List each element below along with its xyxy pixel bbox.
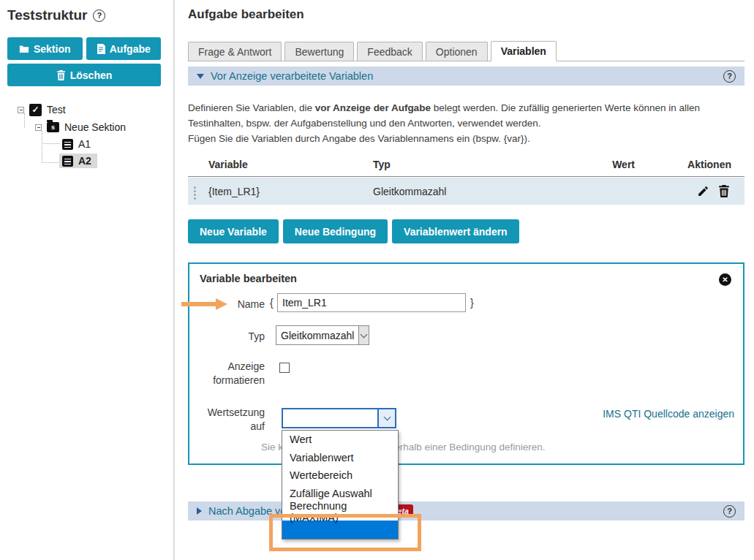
table-header-row: Variable Typ Wert Aktionen bbox=[188, 159, 744, 177]
cell-typ: Gleitkommazahl bbox=[373, 186, 578, 197]
task-document-icon bbox=[62, 139, 73, 150]
add-task-button[interactable]: Aufgabe bbox=[86, 37, 162, 60]
tree-node-a2-selected[interactable]: A2 bbox=[59, 154, 97, 168]
new-condition-button[interactable]: Neue Bedingung bbox=[283, 219, 388, 243]
label-line: auf bbox=[251, 420, 265, 432]
wertsetzung-select[interactable] bbox=[282, 408, 396, 428]
tree-connector bbox=[42, 143, 60, 144]
variables-table: Variable Typ Wert Aktionen {Item_LR1} Gl… bbox=[188, 159, 744, 205]
dropdown-option-highlighted[interactable] bbox=[282, 521, 398, 539]
column-header-aktionen: Aktionen bbox=[635, 159, 744, 170]
collapse-toggle-icon[interactable] bbox=[35, 124, 42, 131]
panel-title: Variable bearbeiten bbox=[200, 273, 297, 284]
section-label: Vor Anzeige verarbeitete Variablen bbox=[211, 70, 373, 82]
structure-button-group: Sektion Aufgabe Löschen bbox=[7, 37, 161, 86]
description-text: Definieren Sie Variablen, die bbox=[188, 102, 315, 113]
label-line: Wertsetzung bbox=[208, 406, 265, 418]
dropdown-option-variablenwert[interactable]: Variablenwert bbox=[282, 449, 398, 467]
delete-label: Löschen bbox=[70, 69, 113, 81]
delete-button[interactable]: Löschen bbox=[7, 64, 161, 86]
task-document-icon bbox=[62, 156, 73, 167]
tab-feedback[interactable]: Feedback bbox=[357, 42, 422, 61]
chevron-down-icon bbox=[197, 74, 204, 79]
dropdown-option-wertebereich[interactable]: Wertebereich bbox=[282, 466, 398, 485]
tree-node-label: Neue Sektion bbox=[64, 121, 126, 133]
help-icon[interactable]: ? bbox=[723, 505, 736, 518]
edit-pencil-icon[interactable] bbox=[697, 185, 709, 197]
task-page-icon bbox=[97, 44, 105, 54]
name-label: Name bbox=[189, 298, 265, 311]
page-title: Aufgabe bearbeiten bbox=[188, 7, 744, 22]
tab-optionen[interactable]: Optionen bbox=[426, 42, 488, 61]
qti-source-link[interactable]: IMS QTI Quellcode anzeigen bbox=[603, 408, 734, 420]
app-window: Teststruktur ? Sektion Aufgabe Löschen bbox=[0, 0, 754, 560]
typ-label: Typ bbox=[189, 330, 265, 344]
tree-node-label: A2 bbox=[78, 155, 91, 167]
cell-variable: {Item_LR1} bbox=[188, 186, 373, 197]
help-icon[interactable]: ? bbox=[723, 70, 736, 83]
column-header-typ: Typ bbox=[373, 159, 578, 170]
brace-open: { bbox=[270, 297, 274, 309]
collapse-toggle-icon[interactable] bbox=[18, 107, 24, 113]
tree-node-label: A1 bbox=[78, 138, 91, 150]
section-folder-icon: s bbox=[47, 122, 59, 132]
section-folder-icon bbox=[19, 44, 29, 53]
tab-variablen[interactable]: Variablen bbox=[491, 41, 557, 61]
table-row: {Item_LR1} Gleitkommazahl bbox=[188, 178, 744, 205]
delete-trash-icon[interactable] bbox=[718, 185, 730, 197]
wertsetzung-dropdown-list: Wert Variablenwert Wertebereich Zufällig… bbox=[282, 430, 399, 540]
tree-node-a1[interactable]: A1 bbox=[62, 137, 91, 151]
typ-select[interactable]: Gleitkommazahl bbox=[276, 325, 369, 345]
variable-edit-panel: Variable bearbeiten ✕ Name { } Typ Gleit… bbox=[188, 262, 744, 465]
tree-node-section[interactable]: s Neue Sektion bbox=[35, 120, 126, 135]
dropdown-option-wert[interactable]: Wert bbox=[282, 431, 398, 449]
column-header-wert: Wert bbox=[578, 159, 635, 170]
label-line: Anzeige bbox=[227, 360, 265, 372]
description-bold-text: vor Anzeige der Aufgabe bbox=[315, 102, 431, 113]
format-display-checkbox[interactable] bbox=[279, 363, 290, 373]
add-task-label: Aufgabe bbox=[110, 43, 151, 55]
dropdown-option-berechnung-maxima[interactable]: Berechnung (MAXIMA) bbox=[282, 502, 398, 521]
close-icon[interactable]: ✕ bbox=[719, 273, 731, 286]
tree-connector bbox=[42, 162, 60, 163]
brace-close: } bbox=[470, 297, 474, 309]
sidebar-title: Teststruktur bbox=[7, 7, 87, 23]
chevron-down-icon[interactable] bbox=[377, 409, 395, 427]
chevron-down-icon[interactable] bbox=[358, 326, 369, 344]
cell-actions bbox=[635, 185, 744, 197]
tree-node-label: Test bbox=[47, 104, 66, 116]
section-post-submit-variables[interactable]: Nach Abgabe verarbeitete Variablen Beta … bbox=[188, 502, 744, 521]
chevron-right-icon bbox=[197, 507, 202, 515]
wertsetzung-select-value bbox=[283, 409, 377, 427]
variables-description: Definieren Sie Variablen, die vor Anzeig… bbox=[188, 100, 744, 146]
typ-select-value: Gleitkommazahl bbox=[276, 326, 358, 344]
main-content: Aufgabe bearbeiten Frage & Antwort Bewer… bbox=[188, 0, 744, 521]
add-section-label: Sektion bbox=[34, 43, 71, 55]
variable-action-buttons: Neue Variable Neue Bedingung Variablenwe… bbox=[188, 219, 744, 243]
tab-frage-antwort[interactable]: Frage & Antwort bbox=[188, 42, 282, 61]
tab-bewertung[interactable]: Bewertung bbox=[284, 42, 354, 61]
trash-icon bbox=[56, 70, 66, 80]
drag-handle[interactable] bbox=[194, 186, 196, 189]
test-structure-tree: ✓ Test s Neue Sektion A1 A2 bbox=[7, 102, 173, 183]
tree-node-test[interactable]: ✓ Test bbox=[18, 102, 66, 117]
test-checkbox-icon: ✓ bbox=[29, 104, 42, 116]
test-structure-sidebar: Teststruktur ? Sektion Aufgabe Löschen bbox=[0, 0, 175, 560]
wertsetzung-label: Wertsetzung auf bbox=[189, 406, 265, 434]
sidebar-title-row: Teststruktur ? bbox=[7, 7, 173, 23]
tab-bar: Frage & Antwort Bewertung Feedback Optio… bbox=[188, 41, 744, 61]
help-icon[interactable]: ? bbox=[93, 10, 105, 22]
label-line: formatieren bbox=[213, 374, 265, 386]
format-display-label: Anzeige formatieren bbox=[189, 360, 265, 387]
new-variable-button[interactable]: Neue Variable bbox=[188, 219, 279, 243]
description-text: Fügen Sie die Variablen durch Angabe des… bbox=[188, 133, 530, 144]
column-header-variable: Variable bbox=[188, 159, 373, 170]
variable-name-input[interactable] bbox=[277, 293, 466, 312]
section-pre-display-variables[interactable]: Vor Anzeige verarbeitete Variablen ? bbox=[188, 67, 744, 86]
change-variable-value-button[interactable]: Variablenwert ändern bbox=[392, 219, 519, 243]
tree-connector bbox=[42, 131, 42, 163]
add-section-button[interactable]: Sektion bbox=[7, 37, 83, 60]
